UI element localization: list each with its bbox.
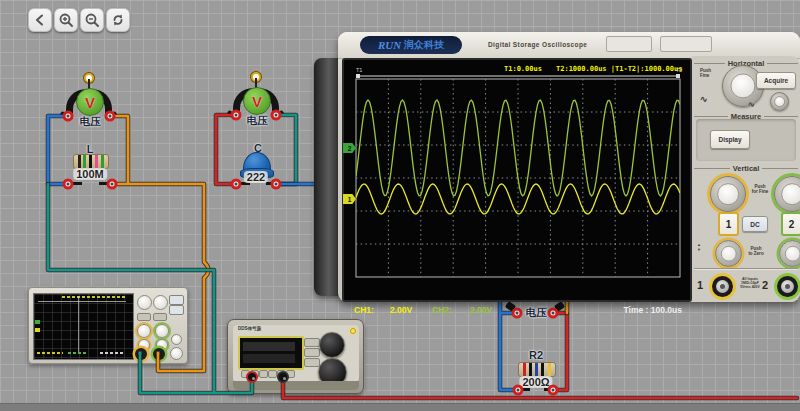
wire-terminal[interactable] xyxy=(548,385,559,396)
generator-button[interactable] xyxy=(304,348,320,357)
amplitude-knob[interactable] xyxy=(319,332,345,358)
mini-bnc-2[interactable] xyxy=(153,348,165,360)
generator-display xyxy=(238,336,304,370)
svg-text:T1: T1 xyxy=(356,67,362,73)
ch2-label: CH2: xyxy=(432,305,452,315)
mini-knob[interactable] xyxy=(171,334,182,345)
scope-control-panel: Horizontal Push Fine Acquire ∿ ∿ Measure… xyxy=(692,56,800,302)
position-arrows: ▲ ▼ xyxy=(697,242,701,252)
scope-title: Digital Storage Oscilloscope xyxy=(488,41,587,48)
cursor-readout-t1: T1:0.00us xyxy=(504,65,542,73)
wire-terminal[interactable] xyxy=(271,110,282,121)
voltmeter-face: V xyxy=(76,88,104,116)
wire-terminal[interactable] xyxy=(513,385,524,396)
mini-button[interactable] xyxy=(169,305,184,315)
bnc1-label: 1 xyxy=(697,279,703,291)
sine-glyph: ∿ xyxy=(748,100,755,109)
mini-button[interactable] xyxy=(169,295,184,305)
wire-terminal[interactable] xyxy=(231,179,242,190)
ch2-bnc-input[interactable] xyxy=(774,273,800,300)
dc-coupling-button[interactable]: DC xyxy=(742,216,768,232)
push-to-zero-label: Push to Zero xyxy=(744,246,768,256)
wire-terminal[interactable] xyxy=(231,110,242,121)
bnc2-label: 2 xyxy=(762,279,768,291)
scope-status-bar: CH1: 2.00V CH2: 2.00V Time : 100.0us xyxy=(348,304,696,317)
back-icon xyxy=(32,12,48,28)
mini-button[interactable] xyxy=(137,313,151,321)
cursor-readout-t2: T2:1000.00us |T1-T2|:1000.00us xyxy=(556,65,682,73)
ch2-button[interactable]: 2 xyxy=(781,212,800,236)
generator-button[interactable] xyxy=(304,358,320,367)
vertical-section-label: Vertical xyxy=(694,163,798,173)
wire-terminal[interactable] xyxy=(63,179,74,190)
oscilloscope[interactable]: RUN 润众科技 Digital Storage Oscilloscope T1… xyxy=(314,32,800,302)
inductor-value: 100M xyxy=(73,168,107,180)
mini-ch1-knob[interactable] xyxy=(137,324,151,338)
bezel-button[interactable] xyxy=(660,36,712,52)
zoom-out-button[interactable] xyxy=(80,8,104,32)
mini-knob[interactable] xyxy=(137,295,152,310)
mini-button[interactable] xyxy=(153,313,167,321)
zoom-in-icon xyxy=(58,12,74,28)
power-led xyxy=(350,328,356,334)
mini-ch2-marker xyxy=(35,320,40,324)
ch1-bnc-input[interactable] xyxy=(709,273,736,300)
voltmeter-1-label: 电压 xyxy=(80,115,101,129)
horizontal-zoom-button[interactable] xyxy=(770,92,789,111)
ch2-scale: 2.00V xyxy=(470,305,492,315)
resistor-body xyxy=(518,362,556,377)
mini-knob[interactable] xyxy=(153,295,168,310)
generator-terminal-2[interactable] xyxy=(277,371,289,383)
ch2-scale-knob[interactable] xyxy=(774,176,800,212)
ch1-scale: 2.00V xyxy=(390,305,412,315)
resistor-ref: R2 xyxy=(529,349,543,361)
ch1-position-knob[interactable] xyxy=(715,240,742,267)
ch1-button[interactable]: 1 xyxy=(718,212,739,236)
wire-terminal[interactable] xyxy=(63,111,74,122)
mini-ch2-knob[interactable] xyxy=(155,324,169,338)
zoom-out-icon xyxy=(84,12,100,28)
ch2-position-knob[interactable] xyxy=(779,240,800,267)
voltmeter-face: V xyxy=(243,87,271,115)
reset-button[interactable] xyxy=(106,8,130,32)
display-button[interactable]: Display xyxy=(710,130,750,149)
circuit-sim-canvas: V 电压 V 电压 L 100M C 222 xyxy=(0,0,800,411)
input-warning-label: All Inputs 1MΩ≈16pF 5Vrms 400V xyxy=(737,277,763,289)
voltmeter-2-label: 电压 xyxy=(247,114,268,128)
mini-knob[interactable] xyxy=(170,347,183,360)
mini-oscilloscope[interactable] xyxy=(28,287,188,364)
sine-glyph: ∿ xyxy=(700,94,708,104)
brand-logo: RUN 润众科技 xyxy=(360,36,462,54)
push-for-fine-label: Push for Fine xyxy=(748,184,772,194)
generator-button[interactable] xyxy=(304,338,320,347)
generator-button[interactable] xyxy=(268,370,277,378)
wire-terminal[interactable] xyxy=(107,179,118,190)
back-button[interactable] xyxy=(28,8,52,32)
scope-waveforms: T1T2 xyxy=(342,58,692,302)
reset-icon xyxy=(110,12,126,28)
canvas-bottom-edge xyxy=(0,403,800,411)
generator-button[interactable] xyxy=(259,370,268,378)
push-fine-label: Push Fine xyxy=(700,68,711,78)
mini-scope-screen xyxy=(33,293,134,360)
wire-terminal[interactable] xyxy=(105,111,116,122)
bezel-button[interactable] xyxy=(606,36,652,52)
generator-label: DDS信号源 xyxy=(238,326,261,331)
zoom-in-button[interactable] xyxy=(54,8,78,32)
generator-terminal-1[interactable] xyxy=(246,371,258,383)
acquire-button[interactable]: Acquire xyxy=(756,72,796,89)
inductor-body xyxy=(73,154,109,169)
ch1-label: CH1: xyxy=(354,305,374,315)
time-scale: Time : 100.0us xyxy=(624,305,682,315)
capacitor-value: 222 xyxy=(244,171,268,183)
signal-generator[interactable]: DDS信号源 xyxy=(227,319,364,394)
mini-ch1-marker xyxy=(35,328,40,332)
mini-bnc-1[interactable] xyxy=(135,348,147,360)
wire-terminal[interactable] xyxy=(271,179,282,190)
ch1-scale-knob[interactable] xyxy=(710,176,746,212)
